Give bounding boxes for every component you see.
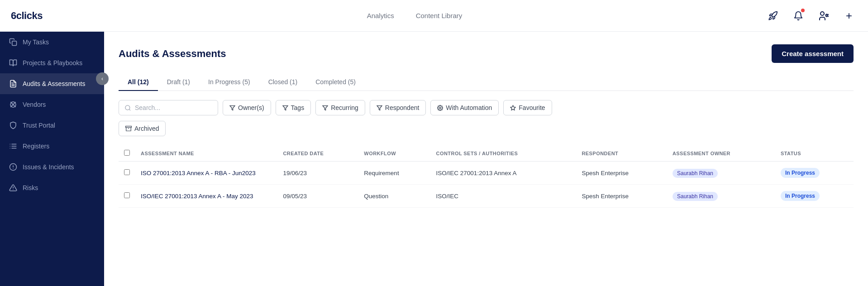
nav-content-library[interactable]: Content Library <box>416 10 463 21</box>
sidebar-label-risks: Risks <box>23 184 38 191</box>
logo: 6clicks <box>11 10 43 22</box>
sidebar: My Tasks Projects & Playbooks Audits & A… <box>0 32 104 286</box>
search-icon <box>124 105 131 111</box>
col-control-sets: Control Sets / Authorities <box>431 145 577 162</box>
row-checkbox[interactable] <box>124 169 130 175</box>
content-area: Audits & Assessments Create assessment A… <box>104 32 868 286</box>
top-nav: 6clicks Analytics Content Library <box>0 0 868 32</box>
cell-control-sets: ISO/IEC 27001:2013 Annex A <box>431 162 577 185</box>
svg-rect-26 <box>126 126 132 128</box>
archived-filter-button[interactable]: Archived <box>119 121 166 136</box>
filter-icon-respondent <box>377 105 382 111</box>
tab-draft[interactable]: Draft (1) <box>158 74 199 91</box>
svg-point-18 <box>125 105 130 110</box>
main-layout: My Tasks Projects & Playbooks Audits & A… <box>0 32 868 286</box>
owners-filter-label: Owner(s) <box>238 104 264 111</box>
row-checkbox[interactable] <box>124 192 130 198</box>
svg-marker-21 <box>283 105 288 110</box>
sidebar-item-registers[interactable]: Registers <box>0 136 104 157</box>
col-assessment-owner: Assessment Owner <box>667 145 775 162</box>
svg-point-0 <box>820 12 824 15</box>
cell-assessment-name: ISO/IEC 27001:2013 Annex A - May 2023 <box>135 185 277 208</box>
svg-point-24 <box>439 107 441 108</box>
gear-icon <box>437 105 443 111</box>
sidebar-item-projects-playbooks[interactable]: Projects & Playbooks <box>0 52 104 73</box>
cell-control-sets: ISO/IEC <box>431 185 577 208</box>
create-assessment-button[interactable]: Create assessment <box>772 44 854 63</box>
sidebar-item-vendors[interactable]: Vendors <box>0 94 104 115</box>
sidebar-item-risks[interactable]: Risks <box>0 177 104 198</box>
sidebar-label-vendors: Vendors <box>23 101 46 108</box>
tags-filter-label: Tags <box>291 104 305 111</box>
tab-in-progress[interactable]: In Progress (5) <box>199 74 259 91</box>
cell-status: In Progress <box>775 162 854 185</box>
sidebar-label-issues: Issues & Incidents <box>23 163 74 171</box>
filter-icon-tags <box>282 105 288 111</box>
svg-point-6 <box>10 102 16 107</box>
sidebar-label-registers: Registers <box>23 143 49 150</box>
nav-links: Analytics Content Library <box>64 10 765 21</box>
recurring-filter-button[interactable]: Recurring <box>315 100 365 115</box>
page-title: Audits & Assessments <box>119 48 226 60</box>
svg-rect-2 <box>12 41 17 46</box>
sidebar-label-projects: Projects & Playbooks <box>23 59 82 67</box>
cell-workflow: Requirement <box>358 162 430 185</box>
search-input[interactable] <box>135 104 198 111</box>
svg-point-5 <box>13 104 14 105</box>
filter-icon-recurring <box>322 105 328 111</box>
svg-marker-25 <box>510 105 515 110</box>
sidebar-label-my-tasks: My Tasks <box>23 38 49 46</box>
cell-assessment-owner: Saurabh Rihan <box>667 185 775 208</box>
sidebar-item-issues-incidents[interactable]: Issues & Incidents <box>0 157 104 177</box>
tab-completed[interactable]: Completed (5) <box>306 74 365 91</box>
table-row: ISO/IEC 27001:2013 Annex A - May 2023 09… <box>119 185 854 208</box>
select-all-checkbox[interactable] <box>124 150 130 156</box>
sidebar-collapse-button[interactable]: ‹ <box>96 72 109 85</box>
rocket-icon[interactable] <box>765 8 781 24</box>
cell-created-date: 09/05/23 <box>277 185 358 208</box>
cell-respondent: Spesh Enterprise <box>576 162 667 185</box>
nav-analytics[interactable]: Analytics <box>367 10 394 21</box>
respondent-filter-button[interactable]: Respondent <box>370 100 426 115</box>
col-status: Status <box>775 145 854 162</box>
col-respondent: Respondent <box>576 145 667 162</box>
svg-marker-23 <box>377 105 382 110</box>
archived-label: Archived <box>134 125 159 132</box>
tab-all[interactable]: All (12) <box>119 74 158 91</box>
svg-line-19 <box>129 109 130 110</box>
star-icon <box>510 105 516 111</box>
cell-assessment-name: ISO 27001:2013 Annex A - RBA - Jun2023 <box>135 162 277 185</box>
col-assessment-name: Assessment Name <box>135 145 277 162</box>
cell-respondent: Spesh Enterprise <box>576 185 667 208</box>
svg-marker-22 <box>323 105 328 110</box>
cell-created-date: 19/06/23 <box>277 162 358 185</box>
with-automation-filter-label: With Automation <box>446 104 492 111</box>
sidebar-item-my-tasks[interactable]: My Tasks <box>0 32 104 52</box>
filters-row-2: Archived <box>119 121 854 136</box>
cell-workflow: Question <box>358 185 430 208</box>
cell-status: In Progress <box>775 185 854 208</box>
tags-filter-button[interactable]: Tags <box>276 100 311 115</box>
owners-filter-button[interactable]: Owner(s) <box>223 100 271 115</box>
page-header: Audits & Assessments Create assessment <box>119 44 854 63</box>
plus-icon[interactable]: + <box>841 8 857 24</box>
favourite-filter-button[interactable]: Favourite <box>503 100 552 115</box>
recurring-filter-label: Recurring <box>331 104 358 111</box>
filters-row: Owner(s) Tags Recurring Respondent <box>119 100 854 115</box>
with-automation-filter-button[interactable]: With Automation <box>430 100 499 115</box>
search-box[interactable] <box>119 100 218 115</box>
respondent-filter-label: Respondent <box>385 104 420 111</box>
favourite-filter-label: Favourite <box>519 104 545 111</box>
col-created-date: Created Date <box>277 145 358 162</box>
user-settings-icon[interactable] <box>816 8 832 24</box>
col-workflow: Workflow <box>358 145 430 162</box>
sidebar-item-trust-portal[interactable]: Trust Portal <box>0 115 104 136</box>
sidebar-label-trust-portal: Trust Portal <box>23 122 55 129</box>
tab-closed[interactable]: Closed (1) <box>259 74 307 91</box>
table-row: ISO 27001:2013 Annex A - RBA - Jun2023 1… <box>119 162 854 185</box>
archive-icon <box>125 125 132 132</box>
bell-icon[interactable] <box>790 8 806 24</box>
nav-icons: + <box>765 8 857 24</box>
svg-marker-20 <box>230 105 235 110</box>
sidebar-item-audits-assessments[interactable]: Audits & Assessments <box>0 73 104 94</box>
